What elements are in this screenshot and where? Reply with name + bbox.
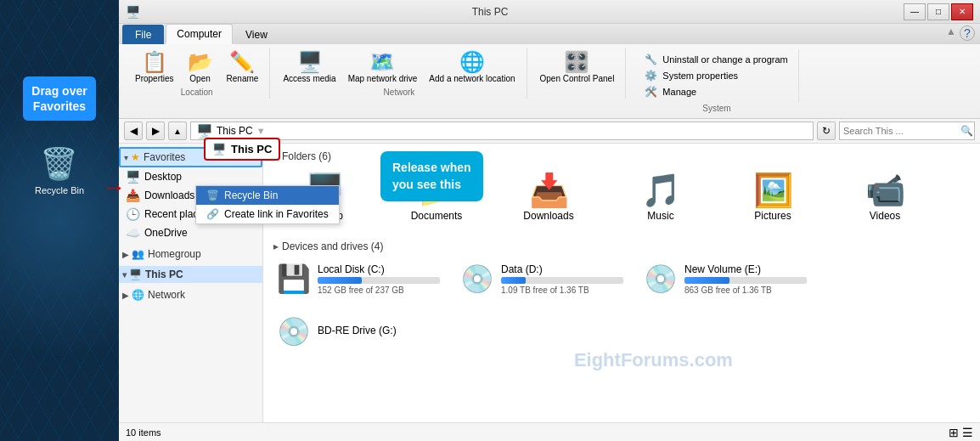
- rename-label: Rename: [227, 74, 259, 83]
- context-menu-create-link[interactable]: 🔗 Create link in Favorites: [196, 205, 339, 223]
- uninstall-icon: 🔧: [645, 54, 657, 65]
- sidebar-this-pc-header[interactable]: ▾ 🖥️ This PC: [119, 266, 262, 283]
- minimize-button[interactable]: —: [904, 3, 926, 20]
- help-icon[interactable]: ?: [960, 25, 975, 41]
- ribbon-group-location: 📋 Properties 📂 Open ✏️ Rename Location: [124, 48, 270, 99]
- drive-e-name: New Volume (E:): [684, 263, 807, 275]
- window-icon: 🖥️: [126, 5, 140, 19]
- open-button[interactable]: 📂 Open: [182, 49, 219, 86]
- sidebar-item-onedrive[interactable]: ☁️ OneDrive: [119, 223, 262, 242]
- folder-downloads[interactable]: 📥 Downloads: [498, 169, 600, 227]
- context-link-icon: 🔗: [206, 208, 219, 220]
- folder-videos-icon: 📹: [865, 174, 905, 206]
- drive-g[interactable]: 💿 BD-RE Drive (G:): [273, 312, 443, 351]
- drive-e[interactable]: 💿 New Volume (E:) 863 GB free of 1.36 TB: [640, 259, 810, 298]
- drive-d-icon: 💿: [460, 263, 494, 295]
- drive-e-bar: [684, 277, 729, 284]
- add-location-label: Add a network location: [429, 74, 515, 83]
- open-icon: 📂: [188, 52, 213, 72]
- context-recycle-label: Recycle Bin: [224, 189, 278, 201]
- this-pc-drag-label: This PC: [231, 144, 272, 155]
- context-menu-recycle-bin[interactable]: 🗑️ Recycle Bin: [196, 186, 339, 205]
- context-recycle-icon: 🗑️: [206, 189, 219, 201]
- folder-pictures[interactable]: 🖼️ Pictures: [722, 169, 824, 227]
- uninstall-label: Uninstall or change a program: [662, 54, 787, 65]
- search-box[interactable]: 🔍: [839, 122, 975, 140]
- drive-e-free: 863 GB free of 1.36 TB: [684, 286, 807, 295]
- drive-d-name: Data (D:): [501, 263, 623, 275]
- downloads-label: Downloads: [144, 189, 194, 201]
- ribbon-help-arrow: ▲: [946, 25, 956, 41]
- content-area: ▾ ★ Favorites 🖥️ Desktop 📥 Downloads 🕒 R…: [119, 144, 980, 422]
- drive-c[interactable]: 💾 Local Disk (C:) 152 GB free of 237 GB: [273, 259, 443, 298]
- drive-d-bar: [501, 277, 526, 284]
- drive-c-name: Local Disk (C:): [318, 263, 440, 275]
- favorites-expand-arrow: ▾: [124, 153, 128, 162]
- recycle-bin-label: Recycle Bin: [35, 185, 84, 195]
- forward-button[interactable]: ▶: [146, 122, 165, 140]
- search-icon: 🔍: [960, 125, 973, 137]
- folder-music[interactable]: 🎵 Music: [610, 169, 712, 227]
- this-pc-drag-item[interactable]: 🖥️ This PC: [204, 144, 280, 161]
- homegroup-label: Homegroup: [148, 248, 201, 260]
- refresh-button[interactable]: ↻: [817, 122, 836, 140]
- list-view-icon[interactable]: ☰: [962, 426, 973, 439]
- folder-downloads-label: Downloads: [523, 210, 573, 222]
- back-button[interactable]: ◀: [124, 122, 143, 140]
- control-panel-label: Open Control Panel: [540, 74, 615, 83]
- search-input[interactable]: [843, 126, 960, 136]
- access-media-button[interactable]: 🖥️ Access media: [279, 49, 340, 86]
- location-group-label: Location: [181, 88, 213, 97]
- sidebar-network-header[interactable]: ▶ 🌐 Network: [119, 286, 262, 303]
- maximize-button[interactable]: □: [927, 3, 949, 20]
- sidebar-homegroup-header[interactable]: ▶ 👥 Homegroup: [119, 246, 262, 263]
- up-button[interactable]: ▲: [168, 122, 187, 140]
- address-dropdown-arrow[interactable]: ▼: [256, 126, 266, 136]
- onedrive-label: OneDrive: [144, 227, 188, 239]
- folder-videos[interactable]: 📹 Videos: [834, 169, 936, 227]
- drive-d[interactable]: 💿 Data (D:) 1.09 TB free of 1.36 TB: [457, 259, 627, 298]
- grid-view-icon[interactable]: ⊞: [949, 426, 959, 439]
- properties-button[interactable]: 📋 Properties: [131, 49, 178, 86]
- close-button[interactable]: ✕: [951, 3, 973, 20]
- properties-icon: 📋: [142, 52, 167, 72]
- drive-c-free: 152 GB free of 237 GB: [318, 286, 440, 295]
- drag-over-favorites-label: Drag over Favorites: [23, 76, 95, 121]
- access-media-icon: 🖥️: [297, 52, 323, 72]
- map-network-drive-button[interactable]: 🗺️ Map network drive: [344, 49, 422, 86]
- recent-icon: 🕒: [126, 207, 140, 221]
- homegroup-expand-arrow: ▶: [122, 250, 129, 259]
- drive-c-info: Local Disk (C:) 152 GB free of 237 GB: [318, 263, 440, 295]
- drive-d-bar-bg: [501, 277, 623, 284]
- uninstall-program-button[interactable]: 🔧 Uninstall or change a program: [641, 53, 791, 66]
- open-control-panel-button[interactable]: 🎛️ Open Control Panel: [536, 49, 619, 86]
- this-pc-addr-icon: 🖥️: [196, 123, 213, 139]
- ribbon-group-network: 🖥️ Access media 🗺️ Map network drive 🌐 A…: [272, 48, 527, 99]
- drive-g-info: BD-RE Drive (G:): [318, 325, 440, 338]
- file-area: ▸ Folders (6) 🖥️ Desktop 📁 Documents 📥 D…: [263, 144, 980, 422]
- rename-button[interactable]: ✏️ Rename: [222, 49, 263, 86]
- desktop-icon: 🖥️: [126, 170, 140, 184]
- system-properties-button[interactable]: ⚙️ System properties: [641, 69, 791, 82]
- recycle-bin-icon: 🗑️: [40, 146, 78, 182]
- manage-button[interactable]: 🛠️ Manage: [641, 85, 791, 99]
- folders-section-header: ▸ Folders (6): [273, 150, 970, 162]
- tab-file[interactable]: File: [122, 25, 164, 44]
- drive-e-bar-bg: [684, 277, 807, 284]
- system-group-label: System: [702, 104, 730, 113]
- control-panel-icon: 🎛️: [564, 52, 589, 72]
- ribbon: File Computer View ▲ ? 📋 Properties 📂: [119, 24, 980, 119]
- tab-view[interactable]: View: [234, 25, 279, 44]
- ribbon-tabs: File Computer View ▲ ?: [119, 24, 980, 44]
- drive-g-icon: 💿: [277, 315, 311, 348]
- sidebar-section-homegroup: ▶ 👥 Homegroup: [119, 246, 262, 263]
- address-input[interactable]: 🖥️ This PC ▼: [190, 122, 814, 140]
- context-link-label: Create link in Favorites: [224, 208, 329, 220]
- map-drive-label: Map network drive: [348, 74, 418, 83]
- tab-computer[interactable]: Computer: [166, 24, 233, 44]
- drive-d-free: 1.09 TB free of 1.36 TB: [501, 286, 623, 295]
- system-props-icon: ⚙️: [645, 70, 657, 82]
- add-network-location-button[interactable]: 🌐 Add a network location: [425, 49, 519, 86]
- sidebar-favorites-label: Favorites: [144, 151, 185, 163]
- sidebar-item-desktop[interactable]: 🖥️ Desktop: [119, 167, 262, 186]
